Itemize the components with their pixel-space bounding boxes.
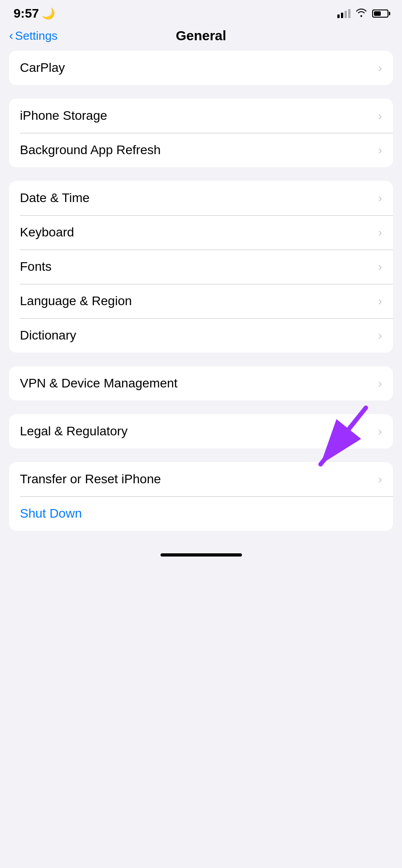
keyboard-chevron-icon: › <box>378 226 382 240</box>
back-button[interactable]: ‹ Settings <box>9 29 57 43</box>
navigation-bar: ‹ Settings General <box>0 24 402 51</box>
carplay-chevron-icon: › <box>378 61 382 75</box>
shut-down-row[interactable]: Shut Down <box>9 496 393 531</box>
language-region-chevron-icon: › <box>378 294 382 308</box>
back-label: Settings <box>15 29 57 43</box>
background-app-refresh-label: Background App Refresh <box>20 143 161 157</box>
status-bar: 9:57 🌙 <box>0 0 402 24</box>
time-display: 9:57 <box>14 6 39 21</box>
vpn-device-management-row[interactable]: VPN & Device Management › <box>9 366 393 401</box>
settings-content: CarPlay › iPhone Storage › Background Ap… <box>0 51 402 531</box>
legal-section: Legal & Regulatory › <box>9 414 393 448</box>
carplay-row[interactable]: CarPlay › <box>9 51 393 85</box>
background-app-refresh-row[interactable]: Background App Refresh › <box>9 133 393 167</box>
transfer-reset-label: Transfer or Reset iPhone <box>20 472 161 486</box>
vpn-device-management-chevron-icon: › <box>378 377 382 391</box>
home-indicator <box>0 544 402 564</box>
fonts-row[interactable]: Fonts › <box>9 250 393 284</box>
status-time: 9:57 🌙 <box>14 6 55 21</box>
dictionary-label: Dictionary <box>20 328 76 343</box>
language-region-label: Language & Region <box>20 294 132 308</box>
iphone-storage-row[interactable]: iPhone Storage › <box>9 99 393 133</box>
dictionary-row[interactable]: Dictionary › <box>9 318 393 353</box>
storage-section: iPhone Storage › Background App Refresh … <box>9 99 393 167</box>
wifi-icon <box>355 7 368 20</box>
carplay-section: CarPlay › <box>9 51 393 85</box>
locale-section: Date & Time › Keyboard › Fonts › Languag… <box>9 181 393 353</box>
vpn-section: VPN & Device Management › <box>9 366 393 401</box>
transfer-reset-row[interactable]: Transfer or Reset iPhone › <box>9 462 393 496</box>
iphone-storage-chevron-icon: › <box>378 109 382 123</box>
shut-down-label: Shut Down <box>20 506 82 521</box>
moon-icon: 🌙 <box>42 7 55 20</box>
iphone-storage-label: iPhone Storage <box>20 108 107 123</box>
vpn-device-management-label: VPN & Device Management <box>20 376 178 391</box>
reset-section-container: Transfer or Reset iPhone › Shut Down <box>9 462 393 531</box>
dictionary-chevron-icon: › <box>378 329 382 343</box>
reset-section: Transfer or Reset iPhone › Shut Down <box>9 462 393 531</box>
legal-regulatory-chevron-icon: › <box>378 425 382 439</box>
background-app-refresh-chevron-icon: › <box>378 143 382 157</box>
date-time-label: Date & Time <box>20 191 90 205</box>
keyboard-row[interactable]: Keyboard › <box>9 215 393 250</box>
status-icons <box>337 7 388 20</box>
battery-icon <box>372 9 388 18</box>
home-bar <box>161 553 242 557</box>
date-time-row[interactable]: Date & Time › <box>9 181 393 215</box>
date-time-chevron-icon: › <box>378 191 382 205</box>
back-chevron-icon: ‹ <box>9 29 13 42</box>
carplay-label: CarPlay <box>20 61 65 75</box>
fonts-chevron-icon: › <box>378 260 382 274</box>
fonts-label: Fonts <box>20 259 52 274</box>
signal-icon <box>337 9 350 18</box>
language-region-row[interactable]: Language & Region › <box>9 284 393 318</box>
keyboard-label: Keyboard <box>20 225 74 240</box>
legal-regulatory-label: Legal & Regulatory <box>20 424 128 439</box>
page-title: General <box>176 28 227 43</box>
transfer-reset-chevron-icon: › <box>378 472 382 486</box>
legal-regulatory-row[interactable]: Legal & Regulatory › <box>9 414 393 448</box>
